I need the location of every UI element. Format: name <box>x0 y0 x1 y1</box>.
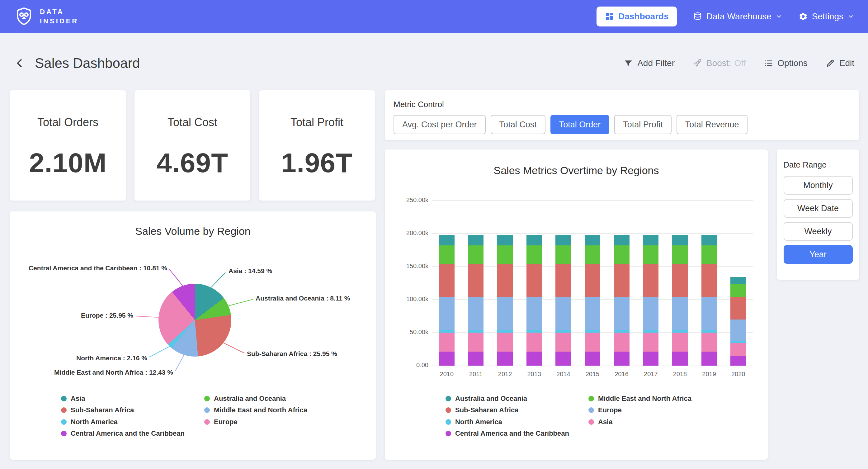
bar-segment-sub-saharan-africa-2014 <box>555 264 571 297</box>
legend-dot <box>204 419 210 425</box>
legend-dot <box>61 419 67 425</box>
bar-segment-europe-2012 <box>497 297 513 330</box>
bar-segment-sub-saharan-africa-2016 <box>614 264 629 297</box>
legend-item-europe[interactable]: Europe <box>204 418 238 426</box>
x-tick-label: 2019 <box>694 371 724 378</box>
chevron-left-icon <box>14 57 26 69</box>
legend-label: Sub-Saharan Africa <box>455 406 518 414</box>
legend-item-sub-saharan-africa[interactable]: Sub-Saharan Africa <box>61 406 134 414</box>
edit-label: Edit <box>839 58 854 68</box>
logo: DATA INSIDER <box>14 6 79 27</box>
date-range-option-week-date[interactable]: Week Date <box>784 199 853 218</box>
legend-item-central-america-and-the-caribbean[interactable]: Central America and the Caribbean <box>61 429 185 438</box>
nav-dashboards[interactable]: Dashboards <box>596 6 677 27</box>
x-tick-label: 2020 <box>723 371 753 378</box>
date-range-option-weekly[interactable]: Weekly <box>784 222 853 241</box>
nav-settings-label: Settings <box>812 11 843 22</box>
bar-segment-australia-and-oceania-2020 <box>731 277 746 284</box>
nav-data-warehouse[interactable]: Data Warehouse <box>693 11 782 22</box>
bar-segment-middle-east-and-north-africa-2013 <box>526 245 542 264</box>
legend-dot <box>588 419 594 425</box>
x-tick-label: 2014 <box>549 371 578 378</box>
bar-segment-central-america-and-the-caribbean-2016 <box>614 352 629 365</box>
nav-dashboards-label: Dashboards <box>618 11 669 22</box>
legend-item-australia-and-oceania[interactable]: Australia and Oceania <box>204 394 286 403</box>
metric-control-label: Metric Control <box>394 100 850 109</box>
chevron-down-icon <box>847 13 854 20</box>
bar-segment-europe-2020 <box>731 320 746 341</box>
bar-segment-north-america-2018 <box>672 330 688 332</box>
add-filter-button[interactable]: Add Filter <box>624 58 675 68</box>
date-range-option-monthly[interactable]: Monthly <box>784 176 853 195</box>
legend-item-north-america[interactable]: North America <box>61 418 118 426</box>
legend-dot <box>445 419 451 425</box>
y-tick-label: 50.00k <box>385 328 428 336</box>
rocket-icon <box>693 59 702 68</box>
metric-option-avg-cost-per-order[interactable]: Avg. Cost per Order <box>394 115 486 134</box>
nav-settings[interactable]: Settings <box>799 11 854 22</box>
bar-segment-central-america-and-the-caribbean-2020 <box>731 356 746 365</box>
kpi-label: Total Cost <box>167 116 217 129</box>
legend-label: North America <box>455 418 502 426</box>
dashboards-grid-icon <box>604 12 614 21</box>
legend-item-asia[interactable]: Asia <box>61 394 85 403</box>
legend-dot <box>588 396 594 402</box>
boost-toggle[interactable]: Boost: Off <box>693 58 746 68</box>
bar-segment-asia-2012 <box>497 332 513 352</box>
legend-item-europe[interactable]: Europe <box>588 406 622 414</box>
legend-item-middle-east-and-north-africa[interactable]: Middle East and North Africa <box>204 406 307 414</box>
page-title: Sales Dashboard <box>35 55 140 71</box>
options-button[interactable]: Options <box>764 58 808 68</box>
bar-segment-central-america-and-the-caribbean-2011 <box>468 352 484 365</box>
legend-dot <box>61 407 67 413</box>
topbar: DATA INSIDER Dashboards Data Warehouse <box>0 0 868 33</box>
x-tick-label: 2017 <box>636 371 665 378</box>
x-tick-label: 2012 <box>490 371 520 378</box>
bar-segment-asia-2017 <box>643 332 658 352</box>
legend-item-north-america[interactable]: North America <box>445 418 502 426</box>
bar-segment-europe-2013 <box>526 297 542 330</box>
legend-dot <box>204 396 210 402</box>
legend-item-central-america-and-the-caribbean[interactable]: Central America and the Caribbean <box>445 429 569 438</box>
metric-option-total-revenue[interactable]: Total Revenue <box>677 115 748 134</box>
x-tick-label: 2016 <box>607 371 637 378</box>
legend-item-asia[interactable]: Asia <box>588 418 612 426</box>
bar-segment-asia-2015 <box>585 332 600 352</box>
options-label: Options <box>777 58 808 68</box>
pie-callout-asia: Asia : 14.59 % <box>228 267 272 275</box>
date-range-option-year[interactable]: Year <box>784 245 853 264</box>
bar-segment-north-america-2020 <box>731 341 746 343</box>
bar-segment-north-america-2014 <box>555 330 571 332</box>
y-tick-label: 0.00 <box>385 361 428 369</box>
pie-callout-europe: Europe : 25.95 % <box>81 311 133 320</box>
back-button[interactable] <box>14 57 26 69</box>
legend-item-australia-and-oceania[interactable]: Australia and Oceania <box>445 394 527 403</box>
x-tick-label: 2013 <box>520 371 549 378</box>
bar-segment-asia-2019 <box>702 332 717 352</box>
metric-option-total-profit[interactable]: Total Profit <box>614 115 672 134</box>
metric-control-buttons: Avg. Cost per OrderTotal CostTotal Order… <box>394 115 850 134</box>
date-range-buttons: MonthlyWeek DateWeeklyYear <box>783 176 853 264</box>
bar-segment-central-america-and-the-caribbean-2018 <box>672 352 688 365</box>
metric-option-total-cost[interactable]: Total Cost <box>491 115 546 134</box>
metric-option-total-order[interactable]: Total Order <box>551 115 610 134</box>
legend-label: Asia <box>71 394 85 403</box>
legend-dot <box>61 431 67 436</box>
bar-segment-europe-2010 <box>439 297 455 330</box>
page-header: Sales Dashboard Add Filter Boost: Off <box>0 40 868 87</box>
bar-segment-middle-east-and-north-africa-2015 <box>585 245 600 264</box>
metric-control-panel: Metric Control Avg. Cost per OrderTotal … <box>385 90 859 140</box>
legend-item-sub-saharan-africa[interactable]: Sub-Saharan Africa <box>445 406 518 414</box>
kpi-value: 2.10M <box>29 147 107 179</box>
bar-segment-australia-and-oceania-2010 <box>439 235 455 245</box>
pie-callout-north-america: North America : 2.16 % <box>76 354 147 362</box>
legend-dot <box>445 407 451 413</box>
bar-segment-europe-2015 <box>585 297 600 330</box>
edit-button[interactable]: Edit <box>826 58 854 68</box>
pie-callout-middle-east-and-north-africa: Middle East and North Africa : 12.43 % <box>54 368 173 377</box>
bar-segment-middle-east-and-north-africa-2016 <box>614 245 629 264</box>
legend-item-middle-east-and-north-africa[interactable]: Middle East and North Africa <box>588 394 691 403</box>
bar-segment-asia-2016 <box>614 332 629 352</box>
bar-segment-central-america-and-the-caribbean-2015 <box>585 352 600 365</box>
bar-segment-north-america-2019 <box>702 330 717 332</box>
